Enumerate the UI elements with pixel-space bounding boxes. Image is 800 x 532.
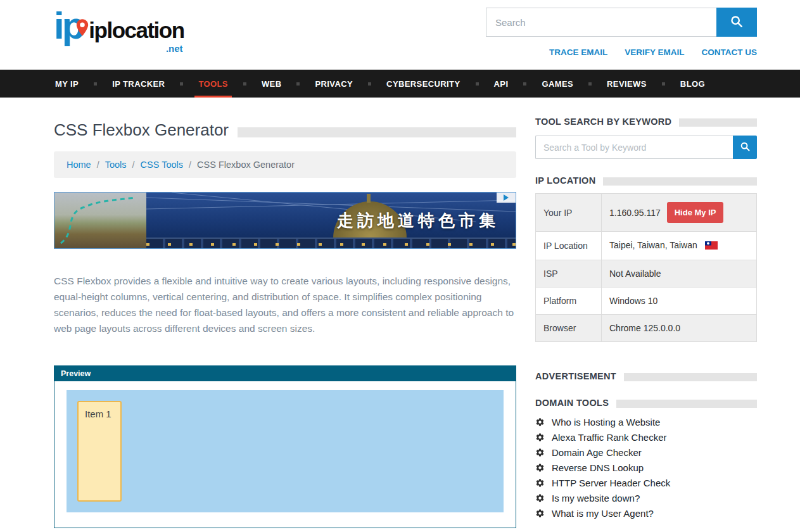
ad-photo-left	[54, 193, 146, 248]
ad-scene-right: 走訪地道特色市集	[146, 193, 516, 248]
breadcrumb-tools[interactable]: Tools	[105, 160, 127, 170]
breadcrumb-current: CSS Flexbox Generator	[197, 160, 295, 170]
list-item: Domain Age Checker	[535, 447, 757, 458]
page-title: CSS Flexbox Generator	[54, 120, 229, 140]
domain-tools-heading: DOMAIN TOOLS	[535, 398, 609, 408]
ip-location-value: Taipei, Taiwan, Taiwan	[609, 240, 697, 250]
flex-preview-container: Item 1	[67, 390, 504, 512]
nav-separator-icon	[94, 82, 97, 86]
domain-tool-link[interactable]: Is my website down?	[552, 493, 640, 504]
table-row-ip-location: IP Location Taipei, Taiwan, Taiwan	[536, 232, 757, 260]
nav-item-ip-tracker[interactable]: IP TRACKER	[111, 70, 166, 98]
location-pin-icon	[76, 5, 89, 41]
taiwan-flag-icon	[705, 241, 718, 251]
breadcrumb-separator	[132, 160, 135, 170]
ad-decorative-curve	[54, 193, 146, 248]
tool-search-button[interactable]	[733, 136, 757, 159]
nav-item-privacy[interactable]: PRIVACY	[314, 70, 354, 98]
domain-tools-heading-row: DOMAIN TOOLS	[535, 398, 757, 408]
page-description: CSS Flexbox provides a flexible and intu…	[54, 273, 516, 336]
domain-tool-link[interactable]: Alexa Traffic Rank Checker	[552, 432, 666, 443]
nav-item-blog[interactable]: BLOG	[679, 70, 706, 98]
contact-us-link[interactable]: CONTACT US	[702, 48, 758, 57]
table-row-isp: ISP Not Available	[536, 260, 757, 288]
search-button[interactable]	[716, 8, 757, 37]
preview-header: Preview	[54, 366, 516, 381]
table-row-browser: Browser Chrome 125.0.0.0	[536, 315, 757, 342]
gear-icon	[535, 448, 545, 457]
nav-item-api[interactable]: API	[493, 70, 510, 98]
nav-item-tools[interactable]: TOOLS	[197, 70, 229, 98]
tool-search-input[interactable]	[535, 136, 733, 159]
header-links: TRACE EMAIL VERIFY EMAIL CONTACT US	[486, 48, 757, 57]
header-search	[486, 8, 757, 37]
domain-tool-link[interactable]: HTTP Server Header Check	[552, 478, 670, 488]
list-item: What is my User Agent?	[535, 508, 757, 519]
nav-separator-icon	[523, 82, 526, 86]
nav-item-reviews[interactable]: REVIEWS	[606, 70, 648, 98]
nav-separator-icon	[588, 82, 592, 86]
list-item: Who is Hosting a Website	[535, 417, 757, 428]
logo-text: iplocation .net	[89, 18, 184, 43]
ad-building-lights	[146, 243, 516, 246]
logo-name: iplocation	[89, 18, 184, 42]
main-nav: MY IP IP TRACKER TOOLS WEB PRIVACY CYBER…	[0, 70, 800, 98]
table-row-platform: Platform Windows 10	[536, 288, 757, 315]
advertisement-heading-row: ADVERTISEMENT	[535, 371, 757, 381]
domain-tool-link[interactable]: Domain Age Checker	[552, 447, 642, 458]
list-item: Reverse DNS Lookup	[535, 462, 757, 473]
ad-choices-icon[interactable]	[497, 193, 516, 203]
site-logo[interactable]: ip iplocation .net	[54, 8, 184, 44]
gear-icon	[535, 478, 545, 488]
breadcrumb-separator	[189, 160, 191, 170]
preview-body: Item 1	[54, 381, 516, 528]
row-value: Taipei, Taiwan, Taiwan	[602, 232, 757, 260]
nav-item-games[interactable]: GAMES	[540, 70, 575, 98]
decorative-bar	[238, 127, 516, 137]
site-header: ip iplocation .net TRACE EMAIL	[0, 0, 800, 70]
domain-tool-link[interactable]: Who is Hosting a Website	[552, 417, 660, 428]
sidebar: TOOL SEARCH BY KEYWORD IP LOCATION Y	[535, 117, 757, 523]
ad-banner[interactable]: 走訪地道特色市集	[54, 192, 516, 249]
hide-my-ip-button[interactable]: Hide My IP	[667, 202, 724, 223]
page: ip iplocation .net TRACE EMAIL	[0, 0, 800, 532]
list-item: HTTP Server Header Check	[535, 478, 757, 488]
nav-item-web[interactable]: WEB	[260, 70, 283, 98]
row-label: ISP	[536, 260, 602, 288]
gear-icon	[535, 493, 545, 503]
nav-separator-icon	[368, 82, 371, 86]
decorative-bar	[603, 177, 757, 186]
gear-icon	[535, 433, 545, 442]
decorative-bar	[624, 373, 757, 381]
gear-icon	[535, 509, 545, 518]
verify-email-link[interactable]: VERIFY EMAIL	[625, 48, 684, 57]
advertisement-heading: ADVERTISEMENT	[535, 371, 616, 381]
ad-headline: 走訪地道特色市集	[337, 210, 499, 232]
flex-preview-item: Item 1	[77, 401, 122, 502]
nav-item-my-ip[interactable]: MY IP	[54, 70, 80, 98]
nav-separator-icon	[180, 82, 183, 86]
logo-tld: .net	[166, 43, 183, 54]
tool-search	[535, 136, 757, 159]
breadcrumb-css-tools[interactable]: CSS Tools	[141, 160, 183, 170]
row-label: IP Location	[536, 232, 602, 260]
row-value: 1.160.95.117 Hide My IP	[602, 194, 757, 232]
domain-tool-link[interactable]: Reverse DNS Lookup	[552, 462, 644, 473]
gear-icon	[535, 417, 545, 427]
gear-icon	[535, 463, 545, 472]
nav-separator-icon	[662, 82, 665, 86]
ip-location-table: Your IP 1.160.95.117 Hide My IP IP Locat…	[535, 193, 757, 342]
ip-location-heading: IP LOCATION	[535, 175, 595, 186]
row-value: Not Available	[602, 260, 757, 288]
search-input[interactable]	[486, 8, 716, 37]
magnifier-icon	[740, 141, 751, 154]
content: CSS Flexbox Generator Home Tools CSS Too…	[0, 98, 800, 528]
trace-email-link[interactable]: TRACE EMAIL	[549, 48, 607, 57]
breadcrumb-home[interactable]: Home	[67, 160, 91, 170]
magnifier-icon	[730, 15, 744, 30]
your-ip-value: 1.160.95.117	[609, 208, 661, 218]
list-item: Alexa Traffic Rank Checker	[535, 432, 757, 443]
nav-item-cybersecurity[interactable]: CYBERSECURITY	[385, 70, 461, 98]
table-row-your-ip: Your IP 1.160.95.117 Hide My IP	[536, 194, 757, 232]
domain-tool-link[interactable]: What is my User Agent?	[552, 508, 654, 519]
